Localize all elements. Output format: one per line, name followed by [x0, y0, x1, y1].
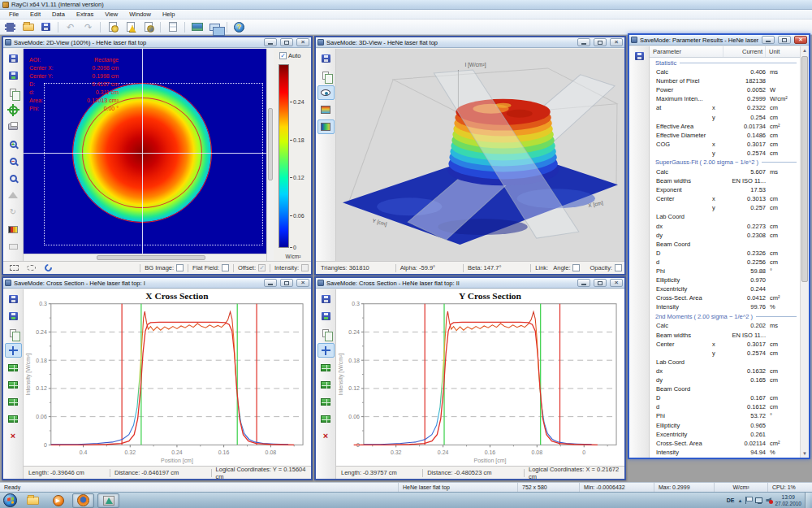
app-titlebar[interactable]: RayCi x64 V1.11 (internal version) [0, 0, 812, 10]
grid-table-icon[interactable] [5, 377, 22, 392]
move-cursor-icon[interactable] [5, 343, 22, 358]
aoi-rect-icon[interactable] [5, 239, 22, 254]
show-desktop-button[interactable] [805, 493, 810, 508]
menu-view[interactable]: View [99, 10, 123, 19]
link-opacity-checkbox[interactable] [615, 264, 622, 271]
bg-image-checkbox[interactable] [176, 264, 184, 271]
move-cursor-icon[interactable] [317, 343, 335, 358]
offset-checkbox[interactable]: ✓ [258, 264, 266, 271]
save-image-icon[interactable] [5, 292, 22, 306]
histogram-icon[interactable] [5, 222, 22, 237]
open-icon[interactable] [19, 20, 37, 34]
maximize-button[interactable] [594, 38, 607, 46]
volume-icon[interactable] [766, 497, 771, 503]
copy-icon[interactable] [5, 326, 22, 341]
save-results-icon[interactable] [631, 49, 648, 63]
close-button[interactable]: × [610, 279, 623, 287]
undo-icon[interactable]: ↶ [62, 20, 79, 34]
help-icon[interactable]: ? [231, 20, 248, 34]
tray-expand-icon[interactable]: ▲ [738, 498, 743, 503]
vertical-scrollbar[interactable] [266, 49, 274, 261]
maximize-button[interactable] [280, 38, 293, 46]
taskbar-explorer-icon[interactable] [22, 493, 44, 508]
menu-edit[interactable]: Edit [24, 10, 46, 19]
grid-table-icon[interactable] [317, 411, 335, 426]
menu-file[interactable]: File [3, 10, 24, 19]
delete-icon[interactable]: × [317, 428, 335, 443]
texture-icon[interactable] [317, 102, 335, 117]
delete-icon[interactable]: × [5, 428, 22, 443]
grid-table-icon[interactable] [5, 394, 22, 409]
close-button[interactable]: × [794, 36, 807, 44]
taskbar-media-player-icon[interactable]: ▶ [47, 493, 69, 508]
language-indicator[interactable]: DE [727, 497, 735, 503]
edit-settings-icon[interactable] [140, 20, 157, 34]
minimize-button[interactable] [762, 36, 775, 44]
menu-data[interactable]: Data [46, 10, 71, 19]
taskbar-clock[interactable]: 13:09 27.02.2010 [775, 494, 801, 506]
copy-icon[interactable] [317, 326, 335, 341]
pyramid-icon[interactable] [5, 188, 22, 202]
network-icon[interactable] [755, 497, 762, 503]
rotate-aoi-icon[interactable] [40, 263, 57, 273]
horizontal-scrollbar[interactable] [24, 254, 266, 261]
xcs-titlebar[interactable]: SaveMode: Cross Section - HeNe laser fla… [3, 278, 311, 289]
save-image-icon[interactable] [317, 51, 335, 66]
close-button[interactable]: × [296, 38, 309, 46]
colormap-icon[interactable] [317, 119, 335, 134]
grid-table-icon[interactable] [317, 377, 335, 392]
action-center-flag-icon[interactable] [745, 497, 752, 504]
sync-icon[interactable]: ↻ [5, 205, 22, 219]
link-angle-checkbox[interactable] [572, 264, 580, 271]
close-button[interactable]: × [610, 38, 623, 46]
center-target-icon[interactable] [5, 102, 22, 117]
save-data-icon[interactable] [5, 309, 22, 323]
beam-2d-canvas[interactable]: AOI:Rectange Center X:0.2098 cm Center Y… [24, 49, 266, 254]
grid-table-icon[interactable] [5, 360, 22, 375]
grid-table-icon[interactable] [5, 411, 22, 426]
minimize-button[interactable] [577, 38, 590, 46]
warning-page-icon[interactable] [122, 20, 139, 34]
save-image-icon[interactable] [5, 51, 22, 66]
save-image-icon[interactable] [317, 292, 335, 306]
redo-icon[interactable]: ↷ [80, 20, 97, 34]
taskbar-rayci-icon[interactable] [97, 493, 119, 508]
crosshair-horizontal[interactable] [24, 153, 266, 154]
acquisition-icon[interactable] [2, 20, 19, 34]
device-settings-icon[interactable] [104, 20, 121, 34]
auto-scale-checkbox[interactable]: ✓ [279, 52, 287, 59]
params-titlebar[interactable]: SaveMode: Parameter Results - HeNe laser… [629, 35, 809, 46]
grid-table-icon[interactable] [317, 394, 335, 409]
x-cross-section-chart[interactable]: X Cross Section00.060.120.180.240.30.40.… [24, 289, 311, 466]
intensity-checkbox[interactable] [301, 264, 309, 271]
select-rect-icon[interactable] [6, 263, 23, 273]
beam-3d-canvas[interactable]: I [W/cm²] Y [cm] X [cm] [336, 49, 624, 261]
save-icon[interactable] [37, 20, 54, 34]
menu-window[interactable]: Window [123, 10, 157, 19]
maximize-button[interactable] [778, 36, 791, 44]
taskbar-firefox-icon[interactable] [72, 493, 94, 508]
maximize-button[interactable] [280, 279, 293, 287]
ycs-titlebar[interactable]: SaveMode: Cross Section - HeNe laser fla… [316, 278, 624, 289]
parameter-table-header[interactable]: Parameter Current Unit [650, 46, 800, 58]
zoom-in-icon[interactable]: + [5, 137, 22, 151]
zoom-reset-icon[interactable] [5, 171, 22, 185]
menu-extras[interactable]: Extras [71, 10, 99, 19]
save-data-icon[interactable] [317, 309, 335, 323]
window-3d-titlebar[interactable]: SaveMode: 3D-View - HeNe laser flat top … [316, 37, 624, 48]
copy-icon[interactable] [317, 68, 335, 83]
minimize-button[interactable] [577, 279, 590, 287]
crosshair-vertical[interactable] [142, 49, 143, 254]
maximize-button[interactable] [594, 279, 607, 287]
grid-table-icon[interactable] [317, 360, 335, 375]
params-scrollbar[interactable]: ▲ ▼ [800, 46, 809, 458]
print-icon[interactable] [5, 119, 22, 134]
minimize-button[interactable] [264, 38, 277, 46]
cascade-windows-icon[interactable] [206, 20, 223, 34]
start-button[interactable] [3, 493, 17, 507]
flat-field-checkbox[interactable] [222, 264, 229, 271]
y-cross-section-chart[interactable]: Y Cross Section00.060.120.180.240.30.320… [336, 289, 624, 466]
close-button[interactable]: × [296, 279, 309, 287]
select-ellipse-icon[interactable] [23, 263, 40, 273]
save-data-icon[interactable] [5, 68, 22, 83]
